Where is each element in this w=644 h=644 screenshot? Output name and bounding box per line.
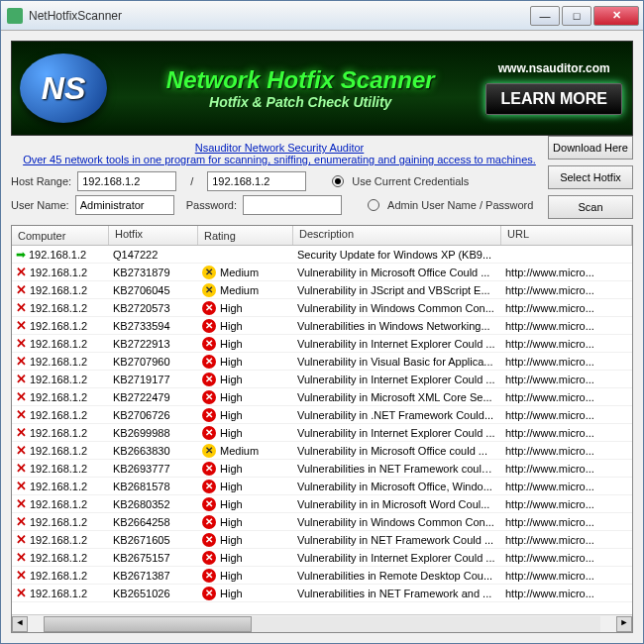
rating-high-icon: ✕ [202,569,216,583]
cell-url: http://www.micro... [501,302,632,314]
download-button[interactable]: Download Here [548,136,633,160]
cell-url: http://www.micro... [501,588,632,599]
table-row[interactable]: ✕192.168.1.2KB2681578✕HighVulnerability … [12,478,632,495]
rating-label: High [220,463,243,475]
cell-computer: 192.168.1.2 [30,516,87,528]
cell-description: Vulnerability in Microsoft XML Core Se..… [293,391,501,403]
cell-computer: 192.168.1.2 [30,481,87,492]
table-row[interactable]: ✕192.168.1.2KB2706726✕HighVulnerability … [12,406,632,424]
cell-hotfix: KB2733594 [109,320,198,332]
cell-url: http://www.micro... [501,391,632,403]
status-missing-icon: ✕ [16,551,27,564]
cell-description: Vulnerability in Internet Explorer Could… [293,552,501,564]
rating-label: High [220,338,243,350]
table-row[interactable]: ✕192.168.1.2KB2675157✕HighVulnerability … [12,549,632,567]
rating-label: Medium [220,267,259,278]
col-rating[interactable]: Rating [198,226,293,245]
host-from-input[interactable] [77,171,176,191]
scroll-thumb[interactable] [44,616,252,632]
cell-url: http://www.micro... [501,481,632,492]
cell-computer: 192.168.1.2 [30,445,87,457]
cell-hotfix: KB2681578 [109,481,198,492]
cell-hotfix: KB2671605 [109,534,198,546]
maximize-button[interactable]: □ [562,6,591,26]
table-row[interactable]: ✕192.168.1.2KB2706045✕MediumVulnerabilit… [12,281,632,299]
cell-computer: 192.168.1.2 [30,338,87,350]
use-current-label: Use Current Credentials [352,175,469,187]
table-row[interactable]: ✕192.168.1.2KB2671387✕HighVulnerabilitie… [12,567,632,585]
link-nsauditor[interactable]: Nsauditor Network Security Auditor [195,142,365,154]
table-row[interactable]: ✕192.168.1.2KB2731879✕MediumVulnerabilit… [12,264,632,281]
col-description[interactable]: Description [293,226,501,245]
table-row[interactable]: ✕192.168.1.2KB2699988✕HighVulnerability … [12,424,632,442]
app-window: NetHotfixScanner — □ ✕ Network Hotfix Sc… [0,0,644,644]
close-button[interactable]: ✕ [593,6,639,26]
slash-label: / [190,175,193,187]
table-row[interactable]: ➡192.168.1.2Q147222Security Update for W… [12,246,632,264]
cell-description: Vulnerability in Internet Explorer Could… [293,374,501,385]
table-row[interactable]: ✕192.168.1.2KB2719177✕HighVulnerability … [12,371,632,388]
cell-computer: 192.168.1.2 [30,552,87,564]
status-missing-icon: ✕ [16,462,27,475]
scroll-left-icon[interactable]: ◄ [12,616,28,632]
password-input[interactable] [243,195,342,215]
user-name-input[interactable] [75,195,174,215]
rating-high-icon: ✕ [202,337,216,351]
cell-description: Vulnerability in Windows Common Con... [293,516,501,528]
admin-creds-label: Admin User Name / Password [387,199,533,211]
horizontal-scrollbar[interactable]: ◄ ► [12,614,632,632]
col-url[interactable]: URL [501,226,632,245]
cell-computer: 192.168.1.2 [30,588,87,599]
radio-admin-credentials[interactable] [368,199,379,211]
cell-description: Vulnerability in Microsoft Office, Windo… [293,481,501,492]
scroll-right-icon[interactable]: ► [616,616,632,632]
cell-hotfix: KB2680352 [109,498,198,510]
scan-button[interactable]: Scan [548,195,633,219]
table-row[interactable]: ✕192.168.1.2KB2722913✕HighVulnerability … [12,335,632,353]
rating-label: High [220,409,243,421]
titlebar[interactable]: NetHotfixScanner — □ ✕ [1,1,643,31]
select-hotfix-button[interactable]: Select Hotfix [548,165,633,189]
table-row[interactable]: ✕192.168.1.2KB2733594✕HighVulnerabilitie… [12,317,632,335]
col-hotfix[interactable]: Hotfix [109,226,198,245]
table-row[interactable]: ✕192.168.1.2KB2722479✕HighVulnerability … [12,388,632,406]
table-row[interactable]: ✕192.168.1.2KB2671605✕HighVulnerability … [12,531,632,549]
status-missing-icon: ✕ [16,266,27,278]
radio-current-credentials[interactable] [332,175,344,187]
cell-hotfix: KB2699988 [109,427,198,439]
rating-medium-icon: ✕ [202,283,216,297]
cell-description: Vulnerabilities in NET Framework and ... [293,588,501,599]
table-row[interactable]: ✕192.168.1.2KB2707960✕HighVulnerability … [12,353,632,371]
status-missing-icon: ✕ [16,444,27,457]
cell-hotfix: KB2651026 [109,588,198,599]
cell-url: http://www.micro... [501,338,632,350]
table-row[interactable]: ✕192.168.1.2KB2651026✕HighVulnerabilitie… [12,585,632,602]
host-to-input[interactable] [207,171,306,191]
table-row[interactable]: ✕192.168.1.2KB2663830✕MediumVulnerabilit… [12,442,632,460]
cell-computer: 192.168.1.2 [30,570,87,582]
learn-more-button[interactable]: LEARN MORE [485,83,622,115]
table-row[interactable]: ✕192.168.1.2KB2720573✕HighVulnerability … [12,299,632,317]
cell-url: http://www.micro... [501,409,632,421]
cell-description: Vulnerability in JScript and VBScript E.… [293,284,501,296]
link-tools[interactable]: Over 45 network tools in one program for… [23,154,536,165]
cell-hotfix: KB2719177 [109,374,198,385]
minimize-button[interactable]: — [530,6,560,26]
rating-high-icon: ✕ [202,533,216,547]
rating-label: Medium [220,445,259,457]
cell-url: http://www.micro... [501,320,632,332]
cell-hotfix: KB2663830 [109,445,198,457]
cell-url: http://www.micro... [501,552,632,564]
table-row[interactable]: ✕192.168.1.2KB2680352✕HighVulnerability … [12,495,632,513]
cell-computer: 192.168.1.2 [30,534,87,546]
rating-label: High [220,570,243,582]
cell-hotfix: KB2675157 [109,552,198,564]
cell-description: Vulnerabilities in NET Framework could .… [293,463,501,475]
cell-computer: 192.168.1.2 [30,409,87,421]
col-computer[interactable]: Computer [12,226,109,245]
cell-computer: 192.168.1.2 [30,391,87,403]
cell-hotfix: KB2722913 [109,338,198,350]
table-row[interactable]: ✕192.168.1.2KB2664258✕HighVulnerability … [12,513,632,531]
table-row[interactable]: ✕192.168.1.2KB2693777✕HighVulnerabilitie… [12,460,632,478]
cell-computer: 192.168.1.2 [30,302,87,314]
